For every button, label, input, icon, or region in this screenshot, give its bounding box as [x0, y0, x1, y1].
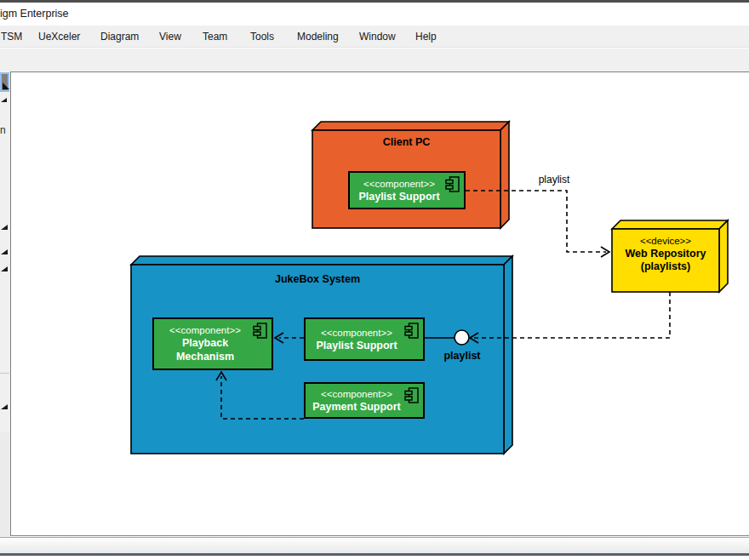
component-stereotype: <<component>>: [321, 327, 392, 339]
component-icon: [253, 323, 267, 339]
web-repository-subtitle: (playlists): [612, 260, 719, 273]
client-pc-top-face[interactable]: [312, 122, 509, 130]
component-name: Playback Mechanism: [161, 336, 249, 363]
interface-label-playlist[interactable]: playlist: [420, 350, 505, 362]
component-stereotype: <<component>>: [321, 388, 392, 400]
component-icon: [445, 176, 460, 192]
device-stereotype: <<device>>: [612, 235, 719, 248]
component-playback-mechanism[interactable]: <<component>> Playback Mechanism: [152, 317, 273, 370]
component-icon: [404, 323, 419, 339]
web-repository-name: Web Repository: [612, 248, 719, 260]
web-repository-label[interactable]: <<device>> Web Repository (playlists): [612, 235, 719, 273]
jukebox-title[interactable]: JukeBox System: [131, 273, 504, 285]
window-bottom-gap: [0, 556, 749, 560]
status-bar: [0, 537, 749, 553]
client-pc-side-face[interactable]: [500, 122, 509, 228]
component-stereotype: <<component>>: [363, 178, 435, 190]
component-name: Playlist Support: [316, 339, 397, 352]
jukebox-top-face[interactable]: [131, 256, 512, 265]
jukebox-side-face[interactable]: [504, 256, 512, 454]
web-repository-side-face[interactable]: [719, 220, 728, 292]
component-payment-support[interactable]: <<component>> Payment Support: [304, 382, 425, 419]
web-repository-top-face[interactable]: [612, 220, 728, 229]
component-playlist-support-jukebox[interactable]: <<component>> Playlist Support: [304, 317, 425, 361]
connector-label-playlist[interactable]: playlist: [512, 174, 597, 186]
component-name: Playlist Support: [358, 190, 439, 203]
interface-circle[interactable]: [455, 330, 469, 345]
component-name: Payment Support: [312, 400, 401, 414]
component-stereotype: <<component>>: [169, 324, 241, 336]
client-pc-title[interactable]: Client PC: [312, 136, 500, 148]
component-playlist-support-client[interactable]: <<component>> Playlist Support: [348, 171, 466, 209]
component-icon: [404, 387, 419, 403]
